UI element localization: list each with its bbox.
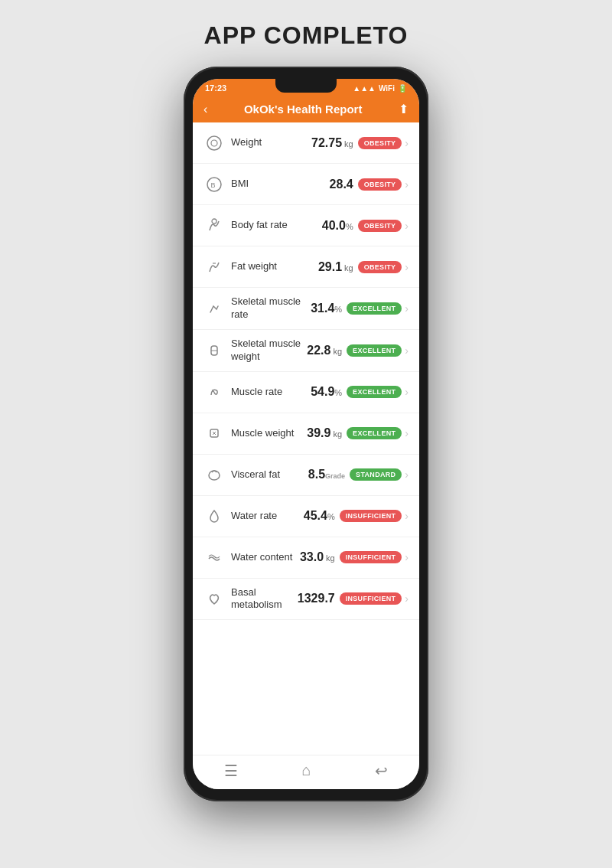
bottom-nav: ☰ ⌂ ↩ (193, 755, 419, 789)
page-title: APP COMPLETO (204, 21, 409, 50)
chevron-icon: › (405, 510, 409, 522)
status-badge: EXCELLENT (347, 302, 402, 315)
status-badge: EXCELLENT (347, 427, 402, 439)
svg-point-4 (212, 219, 216, 224)
row-icon (203, 381, 225, 403)
status-badge: OBESITY (358, 261, 402, 273)
health-row[interactable]: Visceral fat8.5GradeSTANDARD› (193, 455, 419, 496)
row-value: 28.4 (330, 178, 353, 191)
health-row[interactable]: Water rate45.4%INSUFFICIENT› (193, 496, 419, 537)
row-value: 33.0 kg (300, 550, 335, 564)
health-row[interactable]: Water content33.0 kgINSUFFICIENT› (193, 537, 419, 579)
row-label: Water rate (231, 510, 304, 523)
status-badge: OBESITY (358, 137, 402, 149)
status-badge: EXCELLENT (347, 344, 402, 357)
row-icon (203, 256, 225, 278)
status-badge: EXCELLENT (347, 386, 402, 398)
app-header-title: OkOk's Health Report (244, 103, 362, 116)
share-icon[interactable]: ⬆ (399, 102, 409, 116)
row-value: 45.4% (304, 509, 335, 523)
status-badge: INSUFFICIENT (340, 592, 402, 605)
svg-point-1 (211, 140, 217, 146)
health-row[interactable]: Muscle weight39.9 kgEXCELLENT› (193, 413, 419, 455)
health-row[interactable]: Skeletal muscle rate31.4%EXCELLENT› (193, 288, 419, 330)
svg-point-0 (207, 136, 221, 150)
row-label: Muscle weight (231, 427, 307, 440)
health-row[interactable]: BBMI28.4OBESITY› (193, 164, 419, 205)
row-value: 31.4% (311, 302, 342, 315)
health-row[interactable]: Basal metabolism1329.7INSUFFICIENT› (193, 579, 419, 621)
row-value: 1329.7 (298, 592, 335, 605)
health-row[interactable]: Muscle rate54.9%EXCELLENT› (193, 372, 419, 413)
health-row[interactable]: Weight72.75 kgOBESITY› (193, 122, 419, 164)
row-label: Fat weight (231, 260, 318, 273)
chevron-icon: › (405, 592, 409, 605)
row-value: 39.9 kg (307, 426, 342, 440)
row-label: BMI (231, 178, 330, 191)
row-label: Basal metabolism (231, 586, 298, 612)
row-value: 22.8 kg (307, 344, 342, 357)
chevron-icon: › (405, 261, 409, 273)
signal-icon: ▲▲▲ (353, 84, 376, 93)
row-label: Body fat rate (231, 219, 322, 232)
menu-icon[interactable]: ☰ (224, 762, 238, 780)
health-list: Weight72.75 kgOBESITY›BBMI28.4OBESITY›Bo… (193, 122, 419, 755)
chevron-icon: › (405, 551, 409, 563)
phone-notch (275, 79, 337, 93)
svg-point-7 (209, 471, 220, 480)
row-value: 40.0% (322, 219, 353, 233)
row-icon (203, 132, 225, 154)
chevron-icon: › (405, 386, 409, 398)
home-icon[interactable]: ⌂ (301, 762, 311, 780)
row-icon (203, 423, 225, 444)
row-icon (203, 588, 225, 609)
row-label: Muscle rate (231, 386, 311, 399)
chevron-icon: › (405, 468, 409, 481)
row-value: 54.9% (311, 385, 342, 399)
health-row[interactable]: Fat weight29.1 kgOBESITY› (193, 246, 419, 288)
battery-icon: 🔋 (398, 84, 407, 93)
status-badge: INSUFFICIENT (340, 551, 402, 563)
row-value: 29.1 kg (318, 260, 353, 274)
page-title-section: APP COMPLETO (204, 0, 409, 67)
status-badge: INSUFFICIENT (340, 510, 402, 522)
status-icons: ▲▲▲ WiFi 🔋 (353, 84, 407, 93)
row-icon (203, 505, 225, 527)
row-value: 72.75 kg (311, 136, 353, 150)
chevron-icon: › (405, 137, 409, 149)
row-value: 8.5Grade (308, 468, 345, 481)
row-label: Water content (231, 551, 300, 564)
row-icon (203, 340, 225, 361)
status-badge: STANDARD (350, 468, 402, 481)
phone-mockup: 17:23 ▲▲▲ WiFi 🔋 ‹ OkOk's Health Report … (184, 67, 428, 801)
back-icon[interactable]: ‹ (203, 103, 207, 116)
health-row[interactable]: Body fat rate40.0%OBESITY› (193, 205, 419, 246)
status-badge: OBESITY (358, 178, 402, 191)
back-nav-icon[interactable]: ↩ (375, 762, 388, 780)
chevron-icon: › (405, 427, 409, 439)
row-label: Visceral fat (231, 468, 308, 481)
row-icon (203, 298, 225, 319)
row-icon (203, 215, 225, 237)
row-icon (203, 464, 225, 485)
wifi-icon: WiFi (379, 84, 395, 93)
row-label: Weight (231, 136, 311, 149)
app-header: ‹ OkOk's Health Report ⬆ (193, 96, 419, 122)
phone-screen: 17:23 ▲▲▲ WiFi 🔋 ‹ OkOk's Health Report … (193, 79, 419, 789)
row-label: Skeletal muscle weight (231, 338, 307, 364)
row-label: Skeletal muscle rate (231, 295, 311, 321)
chevron-icon: › (405, 178, 409, 191)
status-time: 17:23 (205, 83, 226, 93)
row-icon: B (203, 174, 225, 195)
chevron-icon: › (405, 344, 409, 357)
chevron-icon: › (405, 220, 409, 232)
row-icon (203, 547, 225, 568)
health-row[interactable]: Skeletal muscle weight22.8 kgEXCELLENT› (193, 330, 419, 372)
svg-text:B: B (211, 181, 216, 189)
status-badge: OBESITY (358, 220, 402, 232)
chevron-icon: › (405, 302, 409, 315)
